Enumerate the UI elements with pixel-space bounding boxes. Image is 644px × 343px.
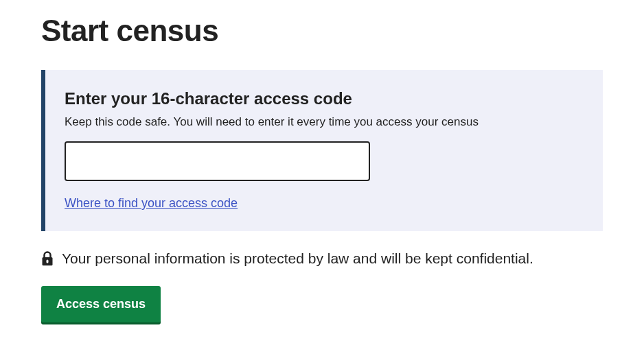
security-notice-text: Your personal information is protected b… (62, 250, 533, 267)
lock-icon (41, 251, 54, 266)
svg-rect-1 (47, 260, 49, 263)
access-census-button[interactable]: Access census (41, 286, 161, 322)
panel-heading: Enter your 16-character access code (65, 89, 584, 108)
access-code-input[interactable] (65, 141, 370, 181)
panel-description: Keep this code safe. You will need to en… (65, 115, 584, 129)
help-link[interactable]: Where to find your access code (65, 196, 238, 211)
page-title: Start census (41, 14, 603, 48)
access-code-panel: Enter your 16-character access code Keep… (41, 70, 603, 231)
security-notice: Your personal information is protected b… (41, 250, 603, 267)
